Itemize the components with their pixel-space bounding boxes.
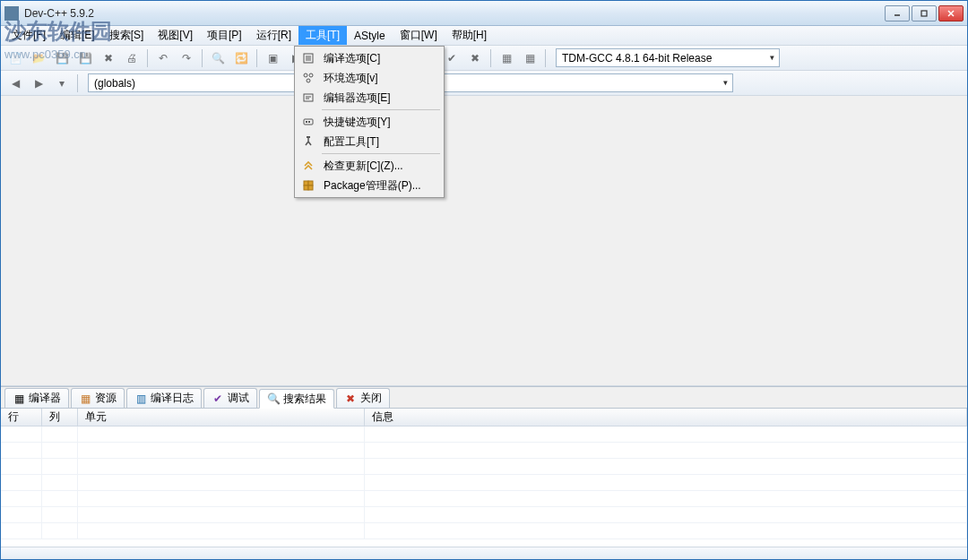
cancel-button[interactable]: ✖ — [464, 47, 486, 69]
dropdown-label: 编辑器选项[E] — [324, 90, 391, 106]
editor-area[interactable] — [1, 96, 967, 386]
grid-row[interactable] — [1, 491, 967, 507]
back-button[interactable]: ◀ — [4, 73, 26, 94]
tab-compile-log[interactable]: ▥编译日志 — [126, 388, 202, 408]
compile-log-tab-icon: ▥ — [134, 392, 147, 405]
menu-label: 视图[V] — [158, 28, 193, 43]
tab-close[interactable]: ✖关闭 — [336, 388, 390, 408]
menu-label: 搜索[S] — [109, 28, 144, 43]
environment-options-icon — [300, 71, 316, 85]
svg-rect-1 — [921, 11, 927, 16]
menu-run[interactable]: 运行[R] — [249, 26, 298, 45]
title-bar[interactable]: Dev-C++ 5.9.2 — [1, 1, 967, 26]
menu-editor-options[interactable]: 编辑器选项[E] — [297, 88, 442, 108]
menu-file[interactable]: 文件[F] — [4, 26, 53, 45]
find-button[interactable]: 🔍 — [207, 47, 229, 69]
tab-resources[interactable]: ▦资源 — [71, 388, 125, 408]
grid-row[interactable] — [1, 459, 967, 475]
menu-astyle[interactable]: AStyle — [347, 26, 393, 45]
menu-label: 工具[T] — [306, 28, 340, 43]
dropdown-label: 检查更新[C](Z)... — [324, 159, 403, 174]
bookmark-button[interactable]: ▾ — [51, 73, 73, 94]
grid-row[interactable] — [1, 507, 967, 523]
toolbar-separator — [545, 49, 546, 67]
tab-label: 编译器 — [29, 391, 61, 406]
print-button[interactable]: 🖨 — [121, 47, 143, 69]
new-file-button[interactable]: 📄 — [4, 47, 26, 69]
menu-configure-tools[interactable]: 配置工具[T] — [297, 132, 442, 151]
maximize-button[interactable] — [912, 5, 937, 22]
header-unit[interactable]: 单元 — [78, 409, 365, 426]
menu-help[interactable]: 帮助[H] — [445, 26, 494, 45]
tab-compiler[interactable]: ▦编译器 — [4, 388, 69, 408]
toolbar-separator — [147, 49, 148, 67]
resource-tab-icon: ▦ — [79, 392, 91, 405]
close-button[interactable] — [938, 5, 964, 22]
svg-rect-11 — [304, 94, 313, 101]
header-line[interactable]: 行 — [1, 409, 42, 426]
menu-search[interactable]: 搜索[S] — [102, 26, 151, 45]
compile-button[interactable]: ▣ — [262, 47, 283, 69]
svg-rect-17 — [307, 136, 310, 138]
menu-check-updates[interactable]: 检查更新[C](Z)... — [297, 156, 442, 176]
menu-package-manager[interactable]: Package管理器(P)... — [297, 176, 442, 195]
tab-debug[interactable]: ✔调试 — [203, 388, 257, 408]
menu-project[interactable]: 项目[P] — [200, 26, 249, 45]
svg-rect-20 — [304, 185, 308, 190]
misc2-button[interactable]: ▦ — [519, 47, 540, 69]
header-label: 单元 — [85, 409, 107, 425]
tab-label: 搜索结果 — [283, 392, 326, 407]
toolbar-separator — [490, 49, 491, 67]
save-button[interactable]: 💾 — [51, 47, 73, 69]
open-file-button[interactable]: 📂 — [28, 47, 49, 69]
status-bar — [1, 547, 967, 559]
menu-view[interactable]: 视图[V] — [151, 26, 200, 45]
menu-label: 运行[R] — [256, 28, 291, 43]
replace-button[interactable]: 🔁 — [230, 47, 252, 69]
tools-menu-dropdown: 编译选项[C] 环境选项[v] 编辑器选项[E] 快捷键选项[Y] 配置工具[T… — [294, 46, 445, 198]
dropdown-label: 配置工具[T] — [324, 134, 379, 150]
tab-label: 关闭 — [360, 391, 382, 406]
header-label: 信息 — [372, 409, 393, 425]
search-results-tab-icon: 🔍 — [267, 392, 280, 405]
header-label: 列 — [49, 409, 60, 425]
grid-body[interactable] — [1, 426, 967, 547]
redo-button[interactable]: ↷ — [176, 47, 197, 69]
toolbar-separator — [77, 74, 78, 92]
menu-window[interactable]: 窗口[W] — [393, 26, 445, 45]
svg-rect-21 — [308, 185, 313, 190]
minimize-button[interactable] — [885, 5, 910, 22]
svg-point-8 — [304, 73, 307, 77]
bottom-tab-bar: ▦编译器 ▦资源 ▥编译日志 ✔调试 🔍搜索结果 ✖关闭 — [1, 386, 967, 408]
menu-shortcut-options[interactable]: 快捷键选项[Y] — [297, 112, 442, 132]
globals-label: (globals) — [94, 77, 135, 90]
grid-row[interactable] — [1, 443, 967, 459]
save-all-button[interactable]: 💾 — [74, 47, 96, 69]
forward-button[interactable]: ▶ — [28, 73, 49, 94]
header-info[interactable]: 信息 — [365, 409, 967, 426]
undo-button[interactable]: ↶ — [152, 47, 174, 69]
grid-row[interactable] — [1, 523, 967, 539]
menu-bar: 文件[F] 编辑[E] 搜索[S] 视图[V] 项目[P] 运行[R] 工具[T… — [1, 26, 967, 46]
menu-label: 项目[P] — [207, 28, 242, 43]
menu-edit[interactable]: 编辑[E] — [53, 26, 102, 45]
grid-row[interactable] — [1, 475, 967, 491]
window-title: Dev-C++ 5.9.2 — [24, 7, 885, 20]
tab-label: 调试 — [228, 391, 249, 406]
close-file-button[interactable]: ✖ — [98, 47, 119, 69]
dropdown-separator — [322, 109, 440, 110]
grid-row[interactable] — [1, 426, 967, 443]
window-controls — [885, 5, 964, 22]
menu-tools[interactable]: 工具[T] — [298, 26, 347, 45]
close-tab-icon: ✖ — [344, 392, 357, 405]
svg-rect-19 — [308, 181, 313, 185]
header-col[interactable]: 列 — [42, 409, 78, 426]
tab-search-results[interactable]: 🔍搜索结果 — [259, 389, 334, 409]
menu-compiler-options[interactable]: 编译选项[C] — [297, 48, 442, 68]
tab-label: 资源 — [95, 391, 117, 406]
compiler-options-icon — [300, 51, 316, 65]
package-manager-icon — [300, 178, 316, 193]
compiler-selector[interactable]: TDM-GCC 4.8.1 64-bit Release — [556, 48, 780, 67]
misc1-button[interactable]: ▦ — [496, 47, 517, 69]
menu-environment-options[interactable]: 环境选项[v] — [297, 68, 442, 88]
